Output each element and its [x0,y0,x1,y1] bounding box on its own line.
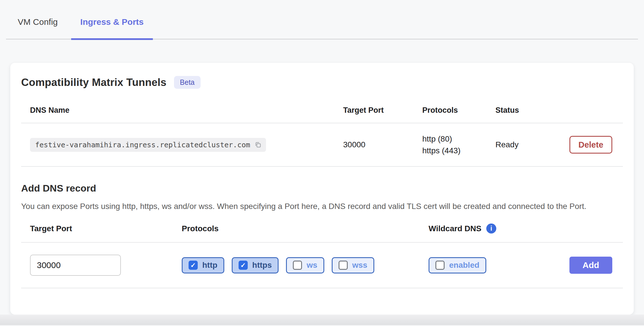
checkbox-checked-icon: ✓ [189,261,198,270]
copy-icon[interactable] [254,141,262,149]
tab-ingress-ports[interactable]: Ingress & Ports [71,17,153,39]
col-header-target-port: Target Port [343,106,422,115]
table-header-row: DNS Name Target Port Protocols Status [21,100,623,123]
checkbox-unchecked-icon [435,261,445,270]
col-header-protocols: Protocols [422,106,495,115]
add-dns-record-title: Add DNS record [21,183,623,194]
tunnels-card: Compatibility Matrix Tunnels Beta DNS Na… [10,63,634,315]
label-protocols: Protocols [182,224,429,233]
checkbox-unchecked-icon [339,261,348,270]
tunnels-table: DNS Name Target Port Protocols Status fe… [21,100,623,167]
add-button[interactable]: Add [569,257,612,274]
target-port-input[interactable] [30,255,121,276]
protocol-chips: ✓ http ✓ https ws wss [182,257,429,273]
protocol-chip-label: http [202,261,217,270]
protocol-checkbox-https[interactable]: ✓ https [232,257,279,273]
checkbox-unchecked-icon [293,261,302,270]
add-form-labels: Target Port Protocols Wildcard DNS i [21,212,623,243]
row-status: Ready [495,140,569,149]
tab-bar: VM Config Ingress & Ports [6,0,638,39]
wildcard-enabled-checkbox[interactable]: enabled [429,257,486,273]
wildcard-chip-label: enabled [449,261,479,270]
add-form-controls: ✓ http ✓ https ws wss enabled Add [21,243,623,288]
label-target-port: Target Port [21,224,182,233]
protocol-chip-label: https [252,261,272,270]
page-bottom-strip [0,315,644,325]
card-title-row: Compatibility Matrix Tunnels Beta [21,63,623,89]
row-protocol-https: https (443) [422,145,495,156]
table-row: festive-varahamihira.ingress.replicatedc… [21,123,623,167]
delete-button[interactable]: Delete [569,136,612,154]
col-header-dns-name: DNS Name [21,106,343,115]
col-header-status: Status [495,106,569,115]
beta-badge: Beta [174,76,201,89]
checkbox-checked-icon: ✓ [239,261,248,270]
tab-vm-config[interactable]: VM Config [9,17,67,39]
row-target-port: 30000 [343,140,422,149]
dns-name-pill: festive-varahamihira.ingress.replicatedc… [30,138,266,152]
protocol-checkbox-wss[interactable]: wss [332,257,374,273]
row-protocols: http (80) https (443) [422,133,495,156]
protocol-checkbox-http[interactable]: ✓ http [182,257,224,273]
add-dns-record-description: You can expose Ports using http, https, … [21,201,615,212]
protocol-checkbox-ws[interactable]: ws [286,257,324,273]
protocol-chip-label: wss [352,261,367,270]
protocol-chip-label: ws [307,261,317,270]
dns-name-text: festive-varahamihira.ingress.replicatedc… [35,141,250,149]
label-wildcard-dns: Wildcard DNS [429,224,481,233]
info-icon[interactable]: i [486,224,496,234]
page-title: Compatibility Matrix Tunnels [21,77,167,88]
row-protocol-http: http (80) [422,133,495,145]
